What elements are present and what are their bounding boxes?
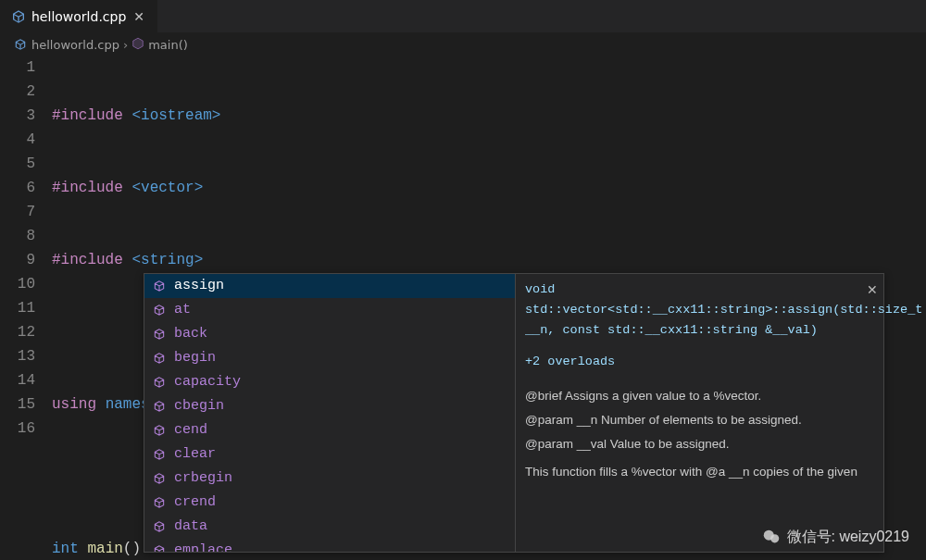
suggestion-detail: ✕ void std::vector<std::__cxx11::string>… [515, 274, 883, 552]
suggestion-item[interactable]: assign [144, 274, 515, 298]
line-number: 8 [0, 224, 35, 248]
code-token: <iostream> [131, 107, 220, 124]
breadcrumb-symbol[interactable]: main() [148, 38, 188, 52]
suggestion-label: assign [174, 274, 224, 298]
suggestion-item[interactable]: crend [144, 491, 515, 515]
code-token: #include [52, 180, 123, 196]
line-number: 16 [0, 417, 35, 441]
method-cube-icon [152, 496, 167, 509]
breadcrumb-bar: helloworld.cpp › main() [0, 33, 926, 56]
chevron-right-icon: › [123, 38, 128, 52]
file-tab[interactable]: helloworld.cpp ✕ [0, 0, 158, 32]
line-number: 13 [0, 344, 35, 368]
code-token: main [87, 541, 122, 557]
signature-text: void std::vector<std::__cxx11::string>::… [525, 280, 874, 341]
svg-point-1 [770, 534, 779, 542]
tab-filename: helloworld.cpp [31, 9, 126, 24]
suggestion-item[interactable]: data [144, 515, 515, 539]
suggestion-label: clear [174, 442, 216, 467]
code-token: #include [52, 107, 123, 124]
method-cube-icon [152, 280, 167, 292]
method-cube-icon [152, 352, 167, 365]
method-cube-icon [152, 520, 167, 533]
method-cube-icon [152, 304, 167, 317]
code-token: using [52, 396, 96, 413]
suggestion-label: crbegin [174, 467, 232, 491]
suggestion-label: capacity [174, 370, 241, 394]
cpp-file-icon [13, 37, 28, 52]
code-token: <string> [131, 252, 203, 268]
line-number: 7 [0, 200, 35, 224]
close-tab-icon[interactable]: ✕ [131, 9, 146, 24]
code-token: () [123, 541, 141, 557]
doc-body: This function fills a %vector with @a __… [525, 463, 874, 481]
method-cube-icon [152, 424, 167, 437]
code-token: int [52, 541, 79, 557]
line-number: 1 [0, 56, 35, 80]
line-number: 12 [0, 320, 35, 344]
suggestion-label: crend [174, 491, 216, 515]
suggestion-label: back [174, 322, 207, 346]
suggestion-item[interactable]: crbegin [144, 467, 515, 491]
suggestion-label: emplace [174, 539, 232, 552]
suggestion-item[interactable]: cend [144, 418, 515, 442]
line-number: 5 [0, 152, 35, 176]
method-cube-icon [152, 448, 167, 461]
line-number: 4 [0, 128, 35, 152]
cpp-file-icon [11, 9, 26, 24]
breadcrumb-file[interactable]: helloworld.cpp [31, 38, 119, 52]
method-cube-icon [152, 328, 167, 341]
line-number: 9 [0, 248, 35, 272]
suggestion-label: at [174, 298, 191, 322]
suggestion-item[interactable]: emplace [144, 539, 515, 552]
editor-pane[interactable]: 12345678910111213141516 #include <iostre… [0, 56, 926, 560]
overloads-text: +2 overloads [525, 350, 874, 374]
suggestion-item[interactable]: clear [144, 442, 515, 467]
line-number: 14 [0, 368, 35, 392]
suggestion-label: cend [174, 418, 207, 442]
wechat-icon [761, 527, 782, 547]
tab-bar: helloworld.cpp ✕ [0, 0, 926, 33]
suggestion-label: begin [174, 346, 216, 370]
code-token: <vector> [131, 180, 203, 196]
method-icon [131, 37, 144, 53]
suggestion-item[interactable]: at [144, 298, 515, 322]
code-token: #include [52, 252, 123, 268]
suggestion-item[interactable]: capacity [144, 370, 515, 394]
line-number: 3 [0, 104, 35, 128]
line-number: 11 [0, 296, 35, 320]
method-cube-icon [152, 376, 167, 389]
doc-brief: @brief Assigns a given value to a %vecto… [525, 387, 874, 405]
suggestion-item[interactable]: back [144, 322, 515, 346]
suggestion-list[interactable]: assignatbackbegincapacitycbegincendclear… [144, 274, 515, 552]
suggestion-label: cbegin [174, 394, 224, 418]
method-cube-icon [152, 400, 167, 413]
line-number: 10 [0, 272, 35, 296]
watermark: 微信号: weizy0219 [761, 525, 910, 549]
line-number-gutter: 12345678910111213141516 [0, 56, 52, 560]
line-number: 6 [0, 176, 35, 200]
suggestion-item[interactable]: begin [144, 346, 515, 370]
suggestion-label: data [174, 515, 207, 539]
method-cube-icon [152, 544, 167, 552]
watermark-text: 微信号: weizy0219 [787, 525, 910, 549]
line-number: 2 [0, 80, 35, 104]
method-cube-icon [152, 472, 167, 485]
line-number: 15 [0, 392, 35, 417]
close-icon[interactable]: ✕ [867, 278, 878, 302]
intellisense-popup: assignatbackbegincapacitycbegincendclear… [144, 273, 884, 553]
doc-param-n: @param __n Number of elements to be assi… [525, 411, 874, 429]
suggestion-item[interactable]: cbegin [144, 394, 515, 418]
doc-param-val: @param __val Value to be assigned. [525, 435, 874, 454]
